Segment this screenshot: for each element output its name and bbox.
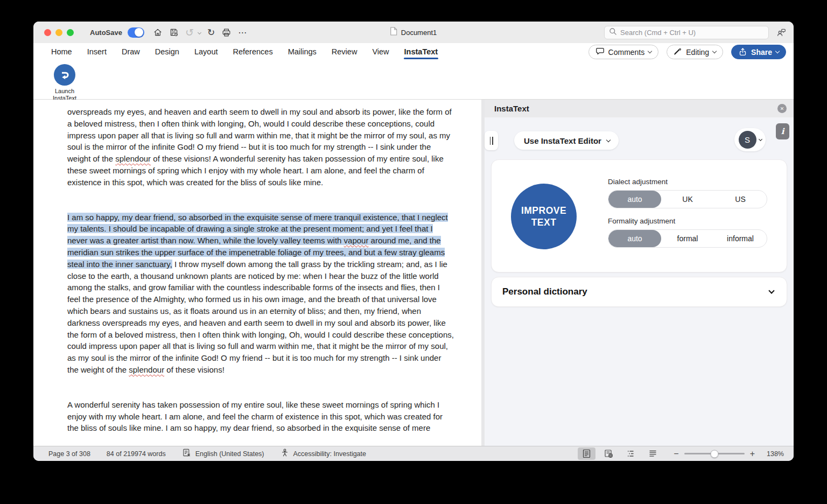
tab-design[interactable]: Design bbox=[155, 44, 180, 60]
save-icon[interactable] bbox=[169, 27, 179, 37]
panel-drag-handle[interactable] bbox=[485, 131, 498, 150]
segment-option-uk[interactable]: UK bbox=[661, 191, 714, 208]
improve-label-line1: IMPROVE bbox=[521, 205, 566, 216]
word-window: AutoSave ↺ ↻ ⋯ Document1 HomeInsertDrawD… bbox=[33, 22, 794, 461]
search-input[interactable] bbox=[620, 29, 764, 37]
share-chevron-icon bbox=[775, 49, 780, 53]
tab-layout[interactable]: Layout bbox=[194, 44, 219, 60]
text-run[interactable]: A wonderful serenity has taken possessio… bbox=[67, 400, 443, 433]
web-layout-view-button[interactable] bbox=[600, 447, 618, 460]
ribbon-tab-row: HomeInsertDrawDesignLayoutReferencesMail… bbox=[33, 43, 794, 61]
improve-label-line2: TEXT bbox=[531, 216, 557, 228]
proofing-status-icon[interactable] bbox=[182, 449, 191, 459]
dialect-segmented-control: autoUKUS bbox=[608, 190, 767, 208]
statusbar: Page 3 of 308 84 of 219974 words English… bbox=[33, 446, 794, 461]
text-run[interactable]: I throw myself down among the tall grass… bbox=[67, 260, 454, 374]
home-icon[interactable] bbox=[153, 27, 163, 37]
ribbon-content: Launch InstaText bbox=[33, 61, 794, 100]
panel-title: InstaText bbox=[494, 104, 777, 113]
document-title: Document1 bbox=[401, 29, 437, 37]
editor-button-label: Use InstaText Editor bbox=[524, 136, 601, 145]
word-count[interactable]: 84 of 219974 words bbox=[107, 450, 166, 458]
misspelled-word[interactable]: vapour bbox=[344, 236, 369, 245]
misspelled-word[interactable]: splendour bbox=[115, 154, 151, 163]
zoom-slider[interactable] bbox=[684, 453, 745, 454]
zoom-in-icon[interactable]: + bbox=[750, 449, 755, 459]
editing-chevron-icon bbox=[712, 49, 717, 53]
improve-card: IMPROVE TEXT Dialect adjustment autoUKUS… bbox=[491, 159, 787, 272]
accessibility-icon[interactable] bbox=[281, 449, 289, 459]
editing-label: Editing bbox=[686, 48, 709, 57]
tab-view[interactable]: View bbox=[372, 44, 389, 60]
search-icon bbox=[609, 27, 617, 38]
segment-option-us[interactable]: US bbox=[714, 191, 767, 208]
comments-chevron-icon bbox=[648, 49, 652, 53]
document-icon bbox=[390, 27, 397, 38]
launch-instatext-button[interactable]: Launch InstaText bbox=[44, 64, 85, 102]
autosave-label: AutoSave bbox=[90, 29, 122, 37]
use-instatext-editor-button[interactable]: Use InstaText Editor bbox=[514, 131, 619, 150]
ribbon-tabs: HomeInsertDrawDesignLayoutReferencesMail… bbox=[51, 44, 438, 60]
dialect-adjustment-label: Dialect adjustment bbox=[608, 178, 668, 186]
titlebar: AutoSave ↺ ↻ ⋯ Document1 bbox=[33, 22, 794, 43]
personal-dictionary-section[interactable]: Personal dictionary bbox=[491, 277, 787, 307]
misspelled-word[interactable]: splendour bbox=[129, 365, 164, 374]
zoom-slider-knob[interactable] bbox=[710, 450, 718, 458]
instatext-logo-icon bbox=[54, 64, 75, 86]
paragraph[interactable]: overspreads my eyes, and heaven and eart… bbox=[67, 106, 454, 188]
feedback-icon[interactable] bbox=[776, 27, 786, 39]
segment-option-formal[interactable]: formal bbox=[661, 230, 714, 247]
zoom-out-icon[interactable]: − bbox=[674, 449, 678, 459]
minimize-window-button[interactable] bbox=[55, 29, 62, 36]
comments-button[interactable]: Comments bbox=[588, 45, 659, 59]
editor-chevron-icon bbox=[606, 137, 611, 142]
formality-segmented-control: autoformalinformal bbox=[608, 229, 767, 248]
autosave-toggle[interactable] bbox=[128, 27, 144, 38]
tab-mailings[interactable]: Mailings bbox=[288, 44, 317, 60]
editing-button[interactable]: Editing bbox=[667, 45, 723, 59]
redo-icon[interactable]: ↻ bbox=[207, 28, 215, 37]
document-text[interactable]: overspreads my eyes, and heaven and eart… bbox=[33, 100, 454, 434]
undo-icon[interactable]: ↺ bbox=[185, 27, 194, 38]
print-layout-view-button[interactable] bbox=[578, 447, 595, 460]
text-run[interactable]: of these visions! bbox=[164, 365, 225, 374]
zoom-window-button[interactable] bbox=[67, 29, 74, 36]
close-panel-icon[interactable]: ✕ bbox=[777, 104, 787, 113]
tab-home[interactable]: Home bbox=[51, 44, 73, 60]
undo-chevron-icon[interactable] bbox=[198, 30, 201, 34]
improve-text-button[interactable]: IMPROVE TEXT bbox=[511, 184, 577, 249]
formality-adjustment-label: Formality adjustment bbox=[608, 217, 675, 225]
paragraph[interactable]: I am so happy, my dear friend, so absorb… bbox=[67, 212, 454, 376]
language-indicator[interactable]: English (United States) bbox=[195, 450, 264, 458]
print-icon[interactable] bbox=[221, 27, 232, 38]
zoom-level[interactable]: 138% bbox=[762, 450, 784, 458]
info-icon[interactable]: i bbox=[776, 123, 789, 139]
page-indicator[interactable]: Page 3 of 308 bbox=[48, 450, 90, 458]
comments-label: Comments bbox=[608, 48, 645, 57]
account-chevron-icon bbox=[758, 137, 762, 141]
panel-header: InstaText ✕ bbox=[485, 100, 794, 117]
outline-view-button[interactable] bbox=[622, 447, 640, 460]
search-box[interactable] bbox=[604, 26, 769, 39]
paragraph[interactable]: A wonderful serenity has taken possessio… bbox=[67, 399, 454, 434]
more-options-icon[interactable]: ⋯ bbox=[238, 27, 247, 38]
account-menu[interactable]: S bbox=[734, 128, 766, 151]
tab-references[interactable]: References bbox=[232, 44, 273, 60]
share-label: Share bbox=[751, 48, 772, 57]
tab-instatext[interactable]: InstaText bbox=[404, 44, 439, 60]
draft-view-button[interactable] bbox=[644, 447, 662, 460]
tab-insert[interactable]: Insert bbox=[87, 44, 107, 60]
personal-dictionary-chevron-icon bbox=[768, 288, 774, 293]
close-window-button[interactable] bbox=[44, 29, 51, 36]
accessibility-status[interactable]: Accessibility: Investigate bbox=[293, 450, 366, 458]
tab-draw[interactable]: Draw bbox=[121, 44, 141, 60]
segment-option-auto[interactable]: auto bbox=[608, 191, 661, 208]
tab-review[interactable]: Review bbox=[331, 44, 358, 60]
segment-option-auto[interactable]: auto bbox=[608, 230, 661, 247]
document-canvas[interactable]: overspreads my eyes, and heaven and eart… bbox=[33, 100, 485, 446]
avatar: S bbox=[739, 131, 756, 149]
share-icon bbox=[738, 47, 747, 58]
segment-option-informal[interactable]: informal bbox=[714, 230, 767, 247]
pencil-icon bbox=[674, 47, 682, 57]
share-button[interactable]: Share bbox=[731, 45, 786, 59]
